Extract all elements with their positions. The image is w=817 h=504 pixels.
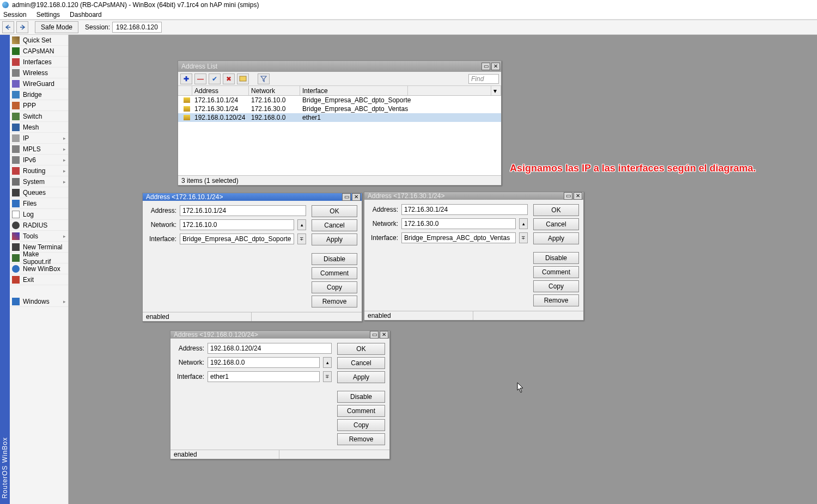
minimize-icon[interactable]: ▭ [481, 63, 490, 70]
remove-button[interactable]: — [194, 73, 206, 84]
minimize-icon[interactable]: ▭ [370, 331, 379, 339]
up-arrow-icon[interactable]: ▴ [519, 218, 528, 229]
network-input[interactable]: 172.16.30.0 [401, 218, 516, 229]
disable-button[interactable]: Disable [533, 252, 579, 264]
sidebar-item-log[interactable]: Log [10, 209, 68, 220]
sidebar-item-switch[interactable]: Switch [10, 111, 68, 122]
address-input[interactable]: 172.16.30.1/24 [401, 204, 528, 215]
window-titlebar[interactable]: Address <172.16.10.1/24> ▭✕ [143, 193, 362, 201]
col-interface[interactable]: Interface [300, 86, 408, 95]
up-arrow-icon[interactable]: ▴ [297, 219, 306, 230]
find-input[interactable]: Find [468, 74, 499, 84]
disable-button[interactable]: ✖ [223, 73, 235, 84]
sidebar-item-mesh[interactable]: Mesh [10, 122, 68, 133]
sidebar-item-capsman[interactable]: CAPsMAN [10, 46, 68, 57]
dropdown-icon[interactable]: ∓ [519, 232, 528, 243]
sidebar-item-new-winbox[interactable]: New WinBox [10, 263, 68, 274]
minimize-icon[interactable]: ▭ [342, 193, 351, 201]
remove-button[interactable]: Remove [312, 296, 357, 308]
dropdown-icon[interactable]: ∓ [323, 371, 332, 382]
dropdown-icon[interactable]: ∓ [297, 233, 306, 244]
comment-button[interactable]: Comment [337, 405, 385, 417]
cancel-button[interactable]: Cancel [337, 357, 385, 369]
disable-button[interactable]: Disable [337, 391, 385, 403]
sidebar-item-ppp[interactable]: PPP [10, 100, 68, 111]
interface-select[interactable]: Bridge_Empresa_ABC_dpto_Soporte [180, 233, 294, 244]
sidebar-item-bridge[interactable]: Bridge [10, 89, 68, 100]
sidebar-item-files[interactable]: Files [10, 198, 68, 209]
col-dropdown-icon[interactable]: ▾ [491, 86, 501, 95]
sidebar-item-windows[interactable]: Windows▸ [10, 296, 68, 307]
sidebar-item-mpls[interactable]: MPLS▸ [10, 144, 68, 155]
comment-button[interactable]: Comment [533, 266, 579, 278]
sidebar-item-ip[interactable]: IP▸ [10, 133, 68, 144]
sidebar-item-quick-set[interactable]: Quick Set [10, 35, 68, 46]
sidebar-item-tools[interactable]: Tools▸ [10, 231, 68, 242]
table-row[interactable]: 192.168.0.120/24192.168.0.0ether1 [178, 113, 501, 122]
apply-button[interactable]: Apply [312, 233, 357, 245]
sidebar-item-ipv6[interactable]: IPv6▸ [10, 155, 68, 165]
remove-button[interactable]: Remove [533, 294, 579, 306]
address-input[interactable]: 192.168.0.120/24 [208, 343, 332, 354]
sidebar-item-make-supout-rif[interactable]: Make Supout.rif [10, 253, 68, 263]
enable-button[interactable]: ✔ [209, 73, 221, 84]
address-list-title: Address List [181, 63, 217, 70]
sidebar-item-interfaces[interactable]: Interfaces [10, 57, 68, 67]
col-network[interactable]: Network [249, 86, 300, 95]
safe-mode-button[interactable]: Safe Mode [35, 21, 78, 33]
address-dialog-3[interactable]: Address <192.168.0.120/24> ▭✕ Address:19… [170, 330, 390, 459]
table-row[interactable]: 172.16.30.1/24172.16.30.0Bridge_Empresa_… [178, 105, 501, 113]
sidebar-item-queues[interactable]: Queues [10, 187, 68, 198]
undo-button[interactable] [2, 21, 14, 33]
cancel-button[interactable]: Cancel [533, 218, 579, 230]
col-address[interactable]: Address [192, 86, 249, 95]
window-titlebar[interactable]: Address <172.16.30.1/24> ▭✕ [364, 192, 583, 200]
network-input[interactable]: 172.16.10.0 [180, 219, 294, 230]
chevron-right-icon: ▸ [63, 299, 66, 304]
address-input[interactable]: 172.16.10.1/24 [180, 205, 306, 216]
comment-button[interactable]: Comment [312, 267, 357, 279]
window-titlebar[interactable]: Address <192.168.0.120/24> ▭✕ [170, 331, 389, 339]
ok-button[interactable]: OK [533, 204, 579, 216]
copy-button[interactable]: Copy [533, 280, 579, 292]
menu-session[interactable]: Session [3, 11, 27, 19]
sidebar-item-wireguard[interactable]: WireGuard [10, 78, 68, 89]
up-arrow-icon[interactable]: ▴ [323, 357, 332, 368]
address-dialog-2[interactable]: Address <172.16.30.1/24> ▭✕ Address:172.… [364, 192, 584, 321]
comment-button[interactable] [237, 73, 249, 84]
table-row[interactable]: 172.16.10.1/24172.16.10.0Bridge_Empresa_… [178, 96, 501, 105]
disable-button[interactable]: Disable [312, 253, 357, 265]
minimize-icon[interactable]: ▭ [564, 192, 572, 200]
menu-dashboard[interactable]: Dashboard [70, 11, 102, 19]
interface-select[interactable]: ether1 [208, 371, 320, 382]
address-dialog-1[interactable]: Address <172.16.10.1/24> ▭✕ Address:172.… [142, 193, 362, 322]
network-input[interactable]: 192.168.0.0 [208, 357, 320, 368]
sidebar-item-radius[interactable]: RADIUS [10, 220, 68, 231]
sidebar-item-exit[interactable]: Exit [10, 274, 68, 285]
sidebar-item-system[interactable]: System▸ [10, 176, 68, 187]
chevron-right-icon: ▸ [63, 179, 66, 185]
address-list-window[interactable]: Address List ▭ ✕ ✚ — ✔ ✖ Find Address [178, 60, 502, 186]
window-title: admin@192.168.0.120 (RB-CAPsMAN) - WinBo… [12, 1, 259, 9]
close-icon[interactable]: ✕ [491, 63, 500, 70]
apply-button[interactable]: Apply [533, 232, 579, 244]
ok-button[interactable]: OK [312, 205, 357, 217]
add-button[interactable]: ✚ [180, 73, 192, 84]
close-icon[interactable]: ✕ [352, 193, 361, 201]
sidebar-item-wireless[interactable]: Wireless [10, 67, 68, 78]
menu-settings[interactable]: Settings [36, 11, 60, 19]
sidebar-item-routing[interactable]: Routing▸ [10, 165, 68, 176]
sidebar-item-label: IP [23, 134, 29, 142]
copy-button[interactable]: Copy [337, 419, 385, 431]
redo-button[interactable] [16, 21, 28, 33]
remove-button[interactable]: Remove [337, 433, 385, 445]
close-icon[interactable]: ✕ [380, 331, 388, 339]
ok-button[interactable]: OK [337, 343, 385, 355]
filter-button[interactable] [258, 73, 270, 84]
window-titlebar[interactable]: Address List ▭ ✕ [178, 61, 501, 72]
cancel-button[interactable]: Cancel [312, 219, 357, 231]
copy-button[interactable]: Copy [312, 281, 357, 293]
interface-select[interactable]: Bridge_Empresa_ABC_dpto_Ventas [401, 232, 516, 243]
close-icon[interactable]: ✕ [574, 192, 582, 200]
apply-button[interactable]: Apply [337, 371, 385, 383]
